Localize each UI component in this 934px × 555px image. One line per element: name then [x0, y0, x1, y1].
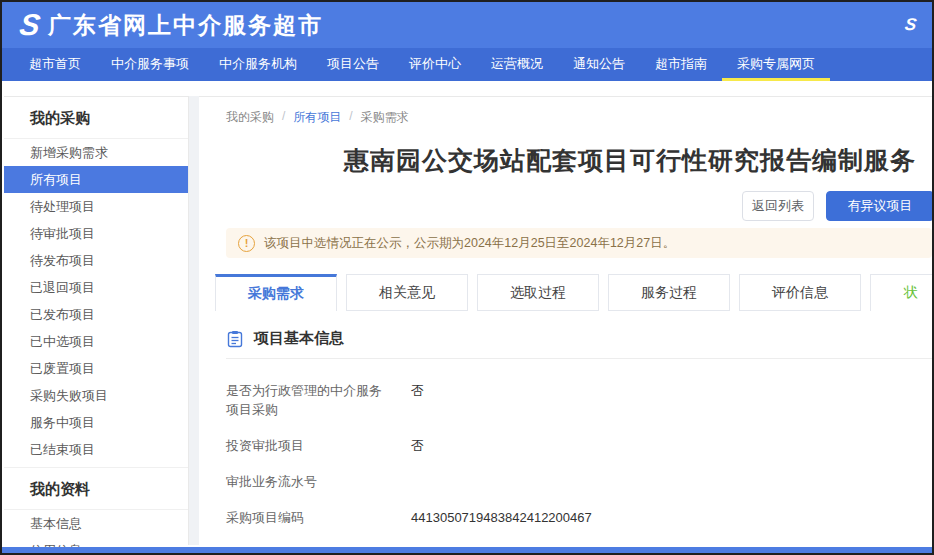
sidebar-item-failed[interactable]: 采购失败项目: [4, 382, 188, 409]
footer-strip: [2, 547, 932, 553]
publicity-notice-banner: ! 该项目中选情况正在公示，公示期为2024年12月25日至2024年12月27…: [226, 228, 932, 258]
sidebar-item-abandoned[interactable]: 已废置项目: [4, 355, 188, 382]
sidebar-section-my-profile: 我的资料: [4, 467, 188, 510]
sidebar-item-pending-publish[interactable]: 待发布项目: [4, 247, 188, 274]
site-logo-icon[interactable]: S: [18, 10, 40, 40]
page-title: 惠南园公交场站配套项目可行性研究报告编制服务: [199, 144, 934, 176]
field-value: 否: [411, 381, 424, 419]
sidebar-item-new-demand[interactable]: 新增采购需求: [4, 139, 188, 166]
sidebar-section-my-procurement: 我的采购: [4, 97, 188, 139]
sidebar-item-selected[interactable]: 已中选项目: [4, 328, 188, 355]
nav-item-service-items[interactable]: 中介服务事项: [96, 48, 204, 81]
warning-icon: !: [238, 235, 255, 252]
sidebar-item-finished[interactable]: 已结束项目: [4, 436, 188, 463]
nav-item-service-agencies[interactable]: 中介服务机构: [204, 48, 312, 81]
tab-evaluation-info[interactable]: 评价信息: [739, 274, 861, 311]
nav-item-guide[interactable]: 超市指南: [640, 48, 722, 81]
tab-status-clipped[interactable]: 状: [870, 274, 934, 311]
sidebar-item-returned[interactable]: 已退回项目: [4, 274, 188, 301]
field-row-investment-approval: 投资审批项目 否: [226, 428, 932, 464]
header: S 广东省网上中介服务超市 S: [2, 2, 932, 48]
section-divider: [226, 358, 932, 359]
basic-info-fields: 是否为行政管理的中介服务项目采购 否 投资审批项目 否 审批业务流水号 采购项目…: [226, 373, 932, 555]
section-title: 项目基本信息: [254, 329, 344, 348]
tab-selection-process[interactable]: 选取过程: [477, 274, 599, 311]
breadcrumb-procurement-demand: 采购需求: [361, 109, 409, 126]
nav-item-purchaser-page[interactable]: 采购专属网页: [722, 48, 830, 81]
section-header-basic-info: 项目基本信息: [226, 329, 934, 348]
sidebar: 我的采购 新增采购需求 所有项目 待处理项目 待审批项目 待发布项目 已退回项目…: [4, 96, 189, 545]
sidebar-item-basic-info[interactable]: 基本信息: [4, 510, 188, 537]
nav-item-project-announcements[interactable]: 项目公告: [312, 48, 394, 81]
clipboard-icon: [226, 330, 244, 348]
tab-related-opinions[interactable]: 相关意见: [346, 274, 468, 311]
notice-text: 该项目中选情况正在公示，公示期为2024年12月25日至2024年12月27日。: [264, 235, 675, 252]
field-value: 否: [411, 436, 424, 455]
field-label: 投资审批项目: [226, 436, 384, 455]
main-content: 我的采购 / 所有项目 / 采购需求 惠南园公交场站配套项目可行性研究报告编制服…: [199, 96, 934, 555]
breadcrumb-separator: /: [349, 109, 352, 126]
tab-service-process[interactable]: 服务过程: [608, 274, 730, 311]
breadcrumb-separator: /: [282, 109, 285, 126]
sidebar-content-gap: [189, 96, 199, 545]
action-buttons: 返回列表 有异议项目: [742, 191, 934, 221]
main-nav: 超市首页 中介服务事项 中介服务机构 项目公告 评价中心 运营概况 通知公告 超…: [2, 48, 932, 81]
nav-item-home[interactable]: 超市首页: [14, 48, 96, 81]
nav-item-evaluation-center[interactable]: 评价中心: [394, 48, 476, 81]
field-row-admin-intermediary: 是否为行政管理的中介服务项目采购 否: [226, 373, 932, 428]
nav-item-operations-overview[interactable]: 运营概况: [476, 48, 558, 81]
objection-project-button[interactable]: 有异议项目: [826, 191, 934, 221]
app-window: S 广东省网上中介服务超市 S 超市首页 中介服务事项 中介服务机构 项目公告 …: [0, 0, 934, 555]
back-to-list-button[interactable]: 返回列表: [742, 191, 814, 221]
field-label: 是否为行政管理的中介服务项目采购: [226, 381, 384, 419]
tab-procurement-demand[interactable]: 采购需求: [215, 274, 337, 311]
detail-tabs: 采购需求 相关意见 选取过程 服务过程 评价信息 状: [215, 274, 934, 311]
nav-item-notices[interactable]: 通知公告: [558, 48, 640, 81]
field-value: 4413050719483842412200467: [411, 508, 592, 527]
sidebar-item-in-service[interactable]: 服务中项目: [4, 409, 188, 436]
sidebar-item-published[interactable]: 已发布项目: [4, 301, 188, 328]
breadcrumb-all-projects[interactable]: 所有项目: [293, 109, 341, 126]
breadcrumb-my-procurement[interactable]: 我的采购: [226, 109, 274, 126]
site-title: 广东省网上中介服务超市: [48, 10, 323, 41]
field-row-approval-serial-number: 审批业务流水号: [226, 464, 932, 500]
field-label: 采购项目编码: [226, 508, 384, 527]
sidebar-item-pending-projects[interactable]: 待处理项目: [4, 193, 188, 220]
field-row-project-code: 采购项目编码 4413050719483842412200467: [226, 500, 932, 536]
field-label: 审批业务流水号: [226, 472, 384, 491]
sidebar-item-pending-approval[interactable]: 待审批项目: [4, 220, 188, 247]
sidebar-item-all-projects[interactable]: 所有项目: [4, 166, 188, 193]
breadcrumb: 我的采购 / 所有项目 / 采购需求: [226, 109, 932, 126]
corner-logo-icon: S: [903, 15, 917, 35]
